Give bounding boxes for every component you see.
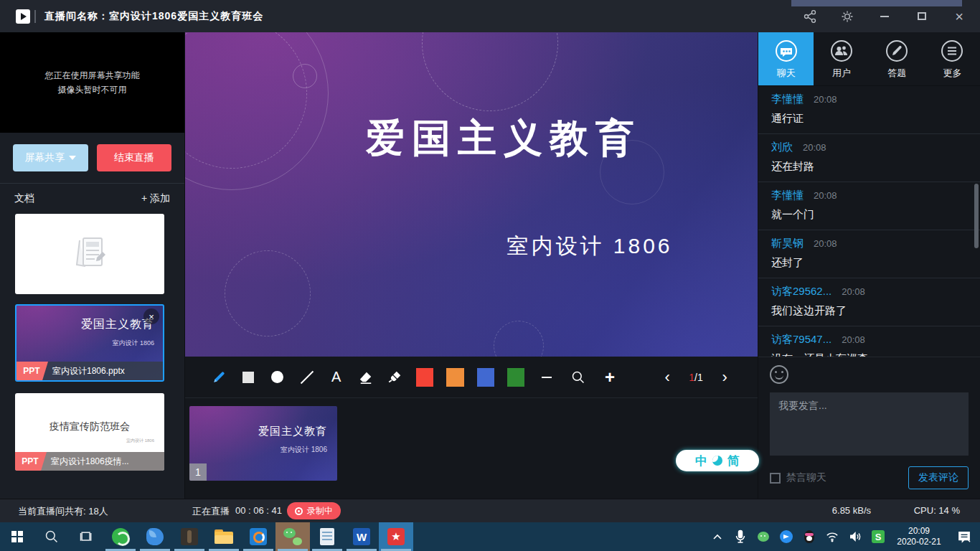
close-button[interactable]: × xyxy=(951,9,967,24)
task-view-icon[interactable] xyxy=(69,522,103,551)
chat-user-name[interactable]: 李懂懂 xyxy=(771,93,804,106)
background-window-edge xyxy=(791,0,962,6)
taskbar-app-photos[interactable] xyxy=(172,522,207,551)
color-swatch-green[interactable] xyxy=(507,368,524,387)
clear-brush-tool-icon[interactable] xyxy=(380,363,410,392)
taskbar-app-wechat[interactable] xyxy=(275,522,310,551)
page-indicator: 1/1 xyxy=(682,372,710,383)
chat-text: 我们这边开路了 xyxy=(771,304,967,318)
chat-input-area: 禁言聊天 发表评论 xyxy=(758,357,980,499)
live-timer: 正在直播00 : 06 : 41 xyxy=(192,505,282,518)
line-tool-icon[interactable] xyxy=(292,363,321,392)
current-slide: 爱国主义教育 室内设计 1806 xyxy=(185,32,758,357)
chat-message: 靳昊钢 20:08 还封了 xyxy=(758,230,980,278)
tab-quiz[interactable]: 答题 xyxy=(870,32,925,85)
circle-tool-icon[interactable] xyxy=(263,363,292,392)
chat-message: 刘欣 20:08 还在封路 xyxy=(758,134,980,182)
pen-tool-icon[interactable] xyxy=(204,363,233,392)
chat-message-list[interactable]: 李懂懂 20:08 通行证 刘欣 20:08 还在封路 李懂懂 20:08 xyxy=(758,86,980,357)
slide-thumbnail-1[interactable]: 爱国主义教育 室内设计 1806 1 xyxy=(189,406,337,481)
ime-indicator[interactable]: 中 简 xyxy=(676,450,759,471)
screen-share-button[interactable]: 屏幕共享 xyxy=(13,144,88,171)
left-sidebar: 您正在使用屏幕共享功能 摄像头暂时不可用 屏幕共享 结束直播 文档 + 添加 xyxy=(0,32,185,499)
taskbar-app-vmware[interactable] xyxy=(241,522,275,551)
document-thumbnail-selected[interactable]: 爱国主义教育 室内设计 1806 × PPT 室内设计1806.pptx xyxy=(15,304,164,382)
chat-sidebar: 聊天 用户 答题 xyxy=(758,32,980,499)
chat-user-name[interactable]: 访客29562... xyxy=(771,285,831,298)
camera-notice-line1: 您正在使用屏幕共享功能 xyxy=(45,68,140,83)
taskbar-app-sogou-browser[interactable] xyxy=(138,522,172,551)
color-swatch-blue[interactable] xyxy=(477,368,494,387)
action-center-icon[interactable] xyxy=(948,522,980,551)
maximize-button[interactable] xyxy=(914,9,930,24)
status-bar: 当前直播间共有: 18人 正在直播00 : 06 : 41 录制中 6.85 k… xyxy=(0,499,980,522)
checkbox-icon[interactable] xyxy=(770,473,781,484)
tab-users[interactable]: 用户 xyxy=(814,32,869,85)
taskbar-app-notepad[interactable] xyxy=(310,522,344,551)
taskbar-clock[interactable]: 20:09 2020-02-21 xyxy=(890,522,948,551)
zoom-in-icon[interactable]: + xyxy=(594,363,626,392)
microphone-icon[interactable] xyxy=(729,522,752,551)
magnifier-icon[interactable] xyxy=(562,363,594,392)
send-comment-button[interactable]: 发表评论 xyxy=(908,466,969,489)
color-swatch-orange[interactable] xyxy=(446,368,463,387)
moon-icon xyxy=(712,456,722,466)
minimize-button[interactable] xyxy=(877,9,892,24)
chat-timestamp: 20:08 xyxy=(814,238,837,249)
emoji-icon[interactable] xyxy=(770,365,790,385)
documents-header: 文档 xyxy=(14,192,34,205)
windows-logo-icon xyxy=(11,531,23,542)
recording-badge: 录制中 xyxy=(287,502,341,519)
document-thumbnail[interactable]: 疫情宣传防范班会 室内设计 1806 PPT 室内设计1806疫情... xyxy=(15,393,164,471)
record-dot-icon xyxy=(295,507,303,515)
end-live-button[interactable]: 结束直播 xyxy=(97,144,172,171)
share-icon[interactable] xyxy=(802,9,818,24)
tab-chat[interactable]: 聊天 xyxy=(758,32,814,85)
rectangle-tool-icon[interactable] xyxy=(233,363,263,392)
tray-wechat-icon[interactable] xyxy=(752,522,775,551)
camera-preview-area: 您正在使用屏幕共享功能 摄像头暂时不可用 xyxy=(0,32,184,133)
viewer-count: 当前直播间共有: 18人 xyxy=(18,505,108,518)
chat-user-name[interactable]: 李懂懂 xyxy=(771,189,804,202)
chat-scrollbar[interactable] xyxy=(974,184,979,248)
taskbar-app-360-browser[interactable] xyxy=(103,522,138,551)
close-icon[interactable]: × xyxy=(143,309,159,324)
document-filename: 室内设计1806.pptx xyxy=(52,365,125,377)
document-slide-subtitle: 室内设计 1806 xyxy=(126,438,154,444)
start-button[interactable] xyxy=(0,522,34,551)
taskbar-app-file-explorer[interactable] xyxy=(207,522,241,551)
eraser-tool-icon[interactable] xyxy=(351,363,380,392)
slide-thumbnail-strip: 爱国主义教育 室内设计 1806 1 中 简 xyxy=(185,399,758,499)
chat-user-name[interactable]: 靳昊钢 xyxy=(771,237,804,250)
chat-timestamp: 20:08 xyxy=(842,286,865,297)
tray-qq-icon[interactable] xyxy=(798,522,821,551)
camera-notice-line2: 摄像头暂时不可用 xyxy=(58,83,127,97)
zoom-out-icon[interactable] xyxy=(531,363,562,392)
add-document-button[interactable]: + 添加 xyxy=(141,192,170,205)
speaker-icon[interactable] xyxy=(844,522,867,551)
chat-user-name[interactable]: 刘欣 xyxy=(771,141,793,154)
taskbar-app-chaoxing[interactable]: ★ xyxy=(379,522,413,551)
bandwidth-indicator: 6.85 kB/s xyxy=(832,505,871,516)
taskbar-search-icon[interactable] xyxy=(34,522,69,551)
slide-number-badge: 1 xyxy=(189,463,207,481)
tab-more[interactable]: 更多 xyxy=(925,32,980,85)
prev-page-icon[interactable]: ‹ xyxy=(653,368,682,387)
taskbar-app-word[interactable]: W xyxy=(344,522,379,551)
chat-input[interactable] xyxy=(770,392,969,456)
settings-gear-icon[interactable] xyxy=(839,9,855,24)
wifi-icon[interactable] xyxy=(821,522,844,551)
color-swatch-red[interactable] xyxy=(416,368,433,387)
ppt-badge: PPT xyxy=(15,452,47,471)
mute-chat-checkbox[interactable]: 禁言聊天 xyxy=(770,471,826,484)
next-page-icon[interactable]: › xyxy=(710,368,739,387)
chat-timestamp: 20:08 xyxy=(803,142,826,153)
tray-messenger-icon[interactable] xyxy=(775,522,798,551)
text-tool-icon[interactable]: A xyxy=(321,363,351,392)
chat-user-name[interactable]: 访客79547... xyxy=(771,333,831,347)
sogou-input-icon[interactable]: S xyxy=(867,522,890,551)
document-thumbnail-blank[interactable] xyxy=(15,214,164,294)
presentation-stage: 爱国主义教育 室内设计 1806 A xyxy=(185,32,758,499)
divider xyxy=(0,183,184,184)
tray-expand-chevron-icon[interactable] xyxy=(706,522,729,551)
